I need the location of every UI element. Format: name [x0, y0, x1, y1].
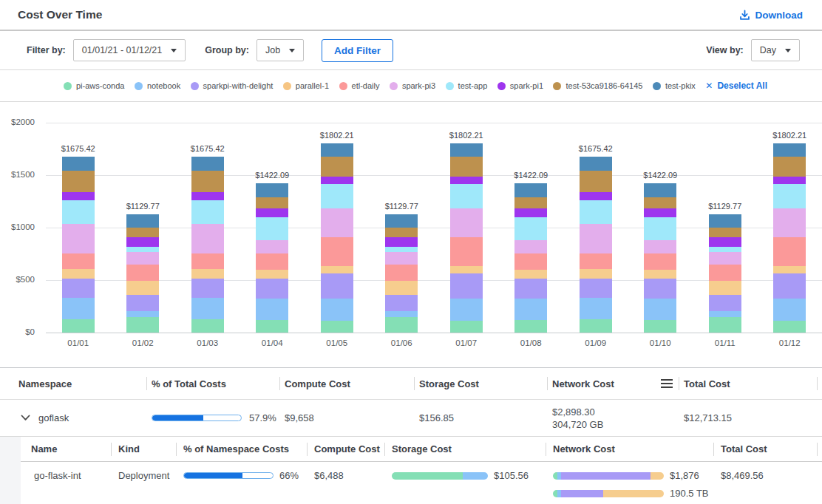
bar-segment-sparkpi-with-delight[interactable] — [62, 279, 95, 299]
bar-segment-etl-daily[interactable] — [773, 237, 806, 266]
legend-item[interactable]: spark-pi3 — [390, 81, 435, 90]
bar-segment-pi-aws-conda[interactable] — [709, 317, 741, 333]
legend-item[interactable]: test-53ca9186-64145 — [553, 81, 642, 90]
date-range-select[interactable]: 01/01/21 - 01/12/21 — [73, 39, 186, 61]
bar-segment-test-app[interactable] — [773, 184, 806, 208]
bar-segment-test-53ca9186-64145[interactable] — [450, 157, 483, 177]
bar-segment-parallel-1[interactable] — [644, 270, 676, 279]
bar-segment-spark-pi1[interactable] — [321, 177, 353, 185]
view-by-select[interactable]: Day — [751, 39, 800, 61]
bar-segment-test-pkix[interactable] — [644, 183, 676, 197]
group-by-select[interactable]: Job — [257, 39, 304, 61]
bar-segment-pi-aws-conda[interactable] — [385, 317, 418, 333]
stacked-bar[interactable] — [126, 214, 159, 333]
stacked-bar[interactable] — [385, 214, 418, 333]
add-filter-button[interactable]: Add Filter — [322, 39, 393, 62]
bar-segment-test-53ca9186-64145[interactable] — [385, 228, 418, 237]
bar-segment-etl-daily[interactable] — [385, 265, 418, 280]
bar-segment-etl-daily[interactable] — [709, 265, 741, 280]
bar-segment-spark-pi1[interactable] — [62, 192, 95, 200]
bar-segment-test-pkix[interactable] — [256, 183, 288, 197]
bar-segment-parallel-1[interactable] — [580, 269, 612, 279]
bar-segment-test-pkix[interactable] — [62, 157, 95, 171]
bar-segment-pi-aws-conda[interactable] — [773, 321, 806, 333]
bar-segment-test-app[interactable] — [514, 217, 547, 240]
bar-segment-sparkpi-with-delight[interactable] — [580, 279, 612, 299]
bar-segment-test-app[interactable] — [644, 217, 676, 240]
bar-segment-test-pkix[interactable] — [514, 183, 547, 197]
bar-segment-parallel-1[interactable] — [385, 281, 418, 295]
bar-segment-test-app[interactable] — [385, 247, 418, 253]
bar-segment-etl-daily[interactable] — [256, 253, 288, 270]
bar-segment-test-app[interactable] — [450, 184, 483, 208]
stacked-bar[interactable] — [321, 143, 353, 333]
bar-segment-test-pkix[interactable] — [580, 157, 612, 171]
legend-item[interactable]: sparkpi-with-delight — [191, 81, 274, 90]
bar-segment-sparkpi-with-delight[interactable] — [644, 279, 676, 299]
bar-segment-test-pkix[interactable] — [709, 214, 741, 228]
bar-segment-pi-aws-conda[interactable] — [321, 321, 353, 333]
bar-segment-spark-pi1[interactable] — [644, 208, 676, 217]
bar-segment-test-53ca9186-64145[interactable] — [644, 197, 676, 208]
bar-segment-notebook[interactable] — [256, 299, 288, 320]
table-row[interactable]: go-flask-int Deployment 66% $6,488 $105.… — [21, 462, 822, 504]
bar-segment-sparkpi-with-delight[interactable] — [514, 279, 547, 299]
bar-segment-etl-daily[interactable] — [580, 253, 612, 269]
bar-segment-etl-daily[interactable] — [62, 253, 95, 269]
bar-segment-notebook[interactable] — [709, 311, 741, 317]
bar-segment-spark-pi1[interactable] — [580, 192, 612, 200]
bar-segment-test-53ca9186-64145[interactable] — [256, 197, 288, 208]
bar-segment-parallel-1[interactable] — [773, 266, 806, 274]
bar-segment-parallel-1[interactable] — [450, 266, 483, 274]
bar-segment-parallel-1[interactable] — [514, 270, 547, 279]
bar-segment-test-53ca9186-64145[interactable] — [773, 157, 806, 177]
bar-segment-spark-pi3[interactable] — [580, 224, 612, 253]
bar-segment-notebook[interactable] — [773, 299, 806, 321]
bar-segment-spark-pi3[interactable] — [321, 208, 353, 236]
bar-segment-test-app[interactable] — [321, 184, 353, 208]
bar-segment-test-53ca9186-64145[interactable] — [580, 171, 612, 192]
bar-segment-parallel-1[interactable] — [62, 269, 95, 279]
legend-item[interactable]: notebook — [135, 81, 180, 90]
legend-item[interactable]: parallel-1 — [283, 81, 329, 90]
bar-segment-etl-daily[interactable] — [644, 253, 676, 270]
stacked-bar[interactable] — [644, 183, 676, 333]
bar-segment-pi-aws-conda[interactable] — [126, 317, 159, 333]
bar-segment-spark-pi3[interactable] — [126, 252, 159, 265]
bar-segment-test-pkix[interactable] — [321, 143, 353, 157]
bar-segment-sparkpi-with-delight[interactable] — [709, 295, 741, 311]
bar-segment-pi-aws-conda[interactable] — [514, 320, 547, 333]
bar-segment-test-53ca9186-64145[interactable] — [191, 171, 224, 192]
bar-segment-notebook[interactable] — [385, 311, 418, 317]
bar-segment-notebook[interactable] — [580, 298, 612, 319]
stacked-bar[interactable] — [514, 183, 547, 333]
bar-segment-test-app[interactable] — [126, 247, 159, 253]
bar-segment-parallel-1[interactable] — [191, 269, 224, 279]
bar-segment-notebook[interactable] — [644, 299, 676, 320]
bar-segment-parallel-1[interactable] — [709, 281, 741, 295]
bar-segment-etl-daily[interactable] — [321, 237, 353, 266]
bar-segment-spark-pi1[interactable] — [514, 208, 547, 217]
bar-segment-spark-pi3[interactable] — [644, 240, 676, 253]
bar-segment-pi-aws-conda[interactable] — [450, 321, 483, 333]
legend-item[interactable]: spark-pi1 — [497, 81, 543, 90]
bar-segment-parallel-1[interactable] — [321, 266, 353, 274]
stacked-bar[interactable] — [580, 157, 612, 333]
bar-segment-spark-pi1[interactable] — [709, 237, 741, 247]
bar-segment-spark-pi3[interactable] — [514, 240, 547, 253]
bar-segment-test-app[interactable] — [580, 200, 612, 225]
bar-segment-test-pkix[interactable] — [450, 143, 483, 157]
bar-segment-spark-pi3[interactable] — [773, 208, 806, 236]
bar-segment-pi-aws-conda[interactable] — [644, 320, 676, 333]
bar-segment-spark-pi3[interactable] — [256, 240, 288, 253]
bar-segment-pi-aws-conda[interactable] — [580, 319, 612, 333]
bar-segment-spark-pi1[interactable] — [385, 237, 418, 247]
bar-segment-test-pkix[interactable] — [385, 214, 418, 228]
bar-segment-pi-aws-conda[interactable] — [62, 319, 95, 333]
bar-segment-spark-pi3[interactable] — [62, 224, 95, 253]
bar-segment-notebook[interactable] — [62, 298, 95, 319]
bar-segment-spark-pi1[interactable] — [256, 208, 288, 217]
download-button[interactable]: Download — [739, 10, 804, 21]
bar-segment-etl-daily[interactable] — [191, 253, 224, 269]
bar-segment-test-53ca9186-64145[interactable] — [514, 197, 547, 208]
